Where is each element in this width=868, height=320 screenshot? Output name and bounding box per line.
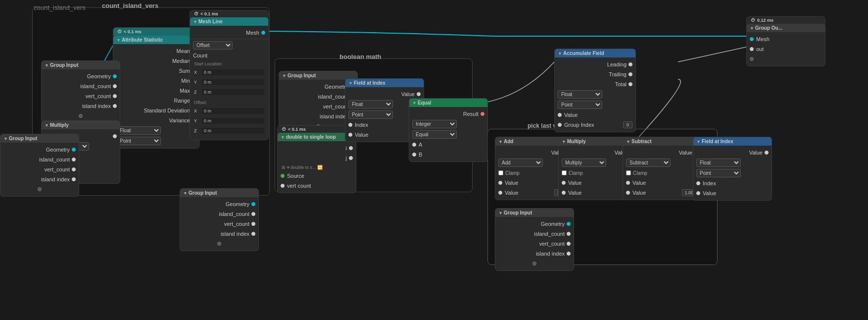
- dts-body: i j ⊞ ▾ double to s... 🔁 Source vert cou…: [278, 141, 356, 193]
- gi3-ic-socket[interactable]: [251, 212, 255, 216]
- equal-int-select[interactable]: Integer: [412, 120, 457, 128]
- af-point-select[interactable]: Point: [558, 101, 602, 109]
- gi5-empty-socket[interactable]: [532, 262, 536, 266]
- af-gi-value[interactable]: 0: [623, 121, 632, 128]
- gi2-vc-socket[interactable]: [72, 167, 76, 171]
- ox-value[interactable]: 0 m: [202, 108, 264, 114]
- gi3-geo-socket[interactable]: [251, 202, 255, 206]
- dts-source-socket[interactable]: [281, 174, 285, 178]
- gi1-empty-socket[interactable]: [79, 114, 83, 118]
- offset-select[interactable]: Offset: [193, 41, 233, 50]
- mul2-op-select[interactable]: Multiply: [562, 159, 606, 167]
- attr-stat-float-select[interactable]: Float: [116, 126, 161, 135]
- collapse-gi1[interactable]: ▾: [46, 63, 48, 68]
- sub-op-select[interactable]: Subtract: [626, 159, 671, 167]
- go-out-socket[interactable]: [750, 47, 754, 51]
- mesh-out-socket[interactable]: [261, 31, 265, 35]
- collapse-gi3[interactable]: ▾: [184, 191, 187, 196]
- add-val2-socket[interactable]: [498, 191, 502, 195]
- gi5-ic-socket[interactable]: [567, 232, 571, 236]
- af-gi-socket[interactable]: [558, 123, 562, 127]
- collapse-fai1[interactable]: ▾: [349, 81, 352, 86]
- y-value[interactable]: 0 m: [202, 79, 264, 85]
- oz-value[interactable]: 0 m: [202, 128, 264, 134]
- mul2-val2-socket[interactable]: [562, 191, 566, 195]
- collapse-fai2[interactable]: ▾: [697, 139, 700, 144]
- equal-b-socket[interactable]: [412, 153, 416, 157]
- collapse-dts[interactable]: ▾: [282, 135, 284, 140]
- gi2-geo-socket[interactable]: [72, 148, 76, 152]
- collapse-af[interactable]: ▾: [559, 51, 561, 56]
- gi1-ic-socket[interactable]: [113, 84, 117, 88]
- af-trailing-socket[interactable]: [628, 72, 632, 76]
- collapse-mul1[interactable]: ▾: [46, 123, 48, 128]
- sub-val2-socket[interactable]: [626, 191, 630, 195]
- gi5-geo-socket[interactable]: [567, 222, 571, 226]
- collapse-gi2[interactable]: ▾: [4, 136, 7, 141]
- collapse-mul2[interactable]: ▾: [563, 139, 565, 144]
- gi5-ii-socket[interactable]: [567, 252, 571, 256]
- x-value[interactable]: 0 m: [202, 69, 264, 75]
- add-val-in-socket[interactable]: [498, 181, 502, 185]
- gi3-vc-socket[interactable]: [251, 222, 255, 226]
- sub-clamp-row: Clamp: [623, 168, 701, 178]
- oy-value[interactable]: 0 m: [202, 118, 264, 124]
- equal-result-socket[interactable]: [481, 112, 484, 116]
- mul2-val-in-socket[interactable]: [562, 181, 566, 185]
- dts-title-bar: ▾ double to single loop: [278, 133, 356, 141]
- af-val-in-socket[interactable]: [558, 113, 562, 117]
- median-label: Median: [116, 58, 192, 64]
- fai2-point-select[interactable]: Point: [696, 169, 741, 177]
- add-clamp-check[interactable]: [498, 170, 503, 175]
- fai1-point-select[interactable]: Point: [348, 110, 393, 119]
- sub-val-in-socket[interactable]: [626, 181, 630, 185]
- gi3-header: ▾ Group Input: [180, 189, 258, 197]
- collapse-gi5[interactable]: ▾: [499, 211, 502, 215]
- fai2-float-select[interactable]: Float: [696, 159, 741, 167]
- gi2-ii-socket[interactable]: [72, 177, 76, 181]
- fai1-index-socket[interactable]: [348, 123, 352, 127]
- dts-vc-socket[interactable]: [281, 184, 285, 188]
- collapse-sub[interactable]: ▾: [627, 139, 629, 144]
- sub-val-out-row: Value: [623, 148, 701, 158]
- sub-clamp-check[interactable]: [626, 170, 631, 175]
- af-float-select[interactable]: Float: [558, 90, 602, 99]
- collapse-gi4[interactable]: ▾: [283, 73, 286, 78]
- gi1-vc-socket[interactable]: [113, 94, 117, 98]
- gi1-ii-socket[interactable]: [113, 104, 117, 108]
- gi3-empty-socket[interactable]: [217, 242, 221, 246]
- fai2-index-socket[interactable]: [696, 181, 700, 185]
- add-op-select[interactable]: Add: [498, 159, 543, 167]
- fai1-float-select[interactable]: Float: [348, 100, 393, 108]
- gi2-empty-socket[interactable]: [38, 187, 42, 191]
- fai1-val-socket[interactable]: [417, 92, 421, 96]
- equal-a-socket[interactable]: [412, 143, 416, 147]
- collapse-equal[interactable]: ▾: [413, 101, 416, 106]
- dts-i-socket[interactable]: [349, 146, 353, 150]
- dts-source-row: Source: [278, 171, 356, 181]
- gi1-geo-socket[interactable]: [113, 74, 117, 78]
- z-value[interactable]: 0 m: [202, 89, 264, 95]
- mul2-clamp-check[interactable]: [562, 170, 567, 175]
- gi5-vc-socket[interactable]: [567, 242, 571, 246]
- gi3-ii-socket[interactable]: [251, 232, 255, 236]
- gi2-ic-socket[interactable]: [72, 158, 76, 161]
- equal-eq-select[interactable]: Equal: [412, 130, 457, 139]
- go-empty-socket[interactable]: [750, 57, 754, 61]
- af-leading-socket[interactable]: [628, 62, 632, 66]
- collapse-add[interactable]: ▾: [499, 139, 502, 144]
- fai2-val-socket[interactable]: [765, 151, 769, 155]
- gi2-geo-label: Geometry: [3, 147, 72, 153]
- attr-stat-point-select[interactable]: Point: [116, 137, 161, 145]
- collapse-arrow-attr[interactable]: ▾: [117, 38, 120, 43]
- fai1-value-in-socket[interactable]: [348, 133, 352, 137]
- mul1-val-out[interactable]: [113, 134, 117, 138]
- collapse-arrow-meshline[interactable]: ▾: [194, 19, 196, 24]
- dts-j-socket[interactable]: [349, 156, 353, 160]
- node-group-input-2: ▾ Group Input Geometry island_count vert…: [0, 134, 79, 197]
- mesh-line-body: Mesh Offset Count Start Location: X 0 m …: [190, 26, 268, 140]
- go-mesh-socket[interactable]: [750, 37, 754, 41]
- af-total-socket[interactable]: [628, 82, 632, 86]
- fai2-value-in-socket[interactable]: [696, 191, 700, 195]
- collapse-go[interactable]: ▾: [751, 26, 753, 31]
